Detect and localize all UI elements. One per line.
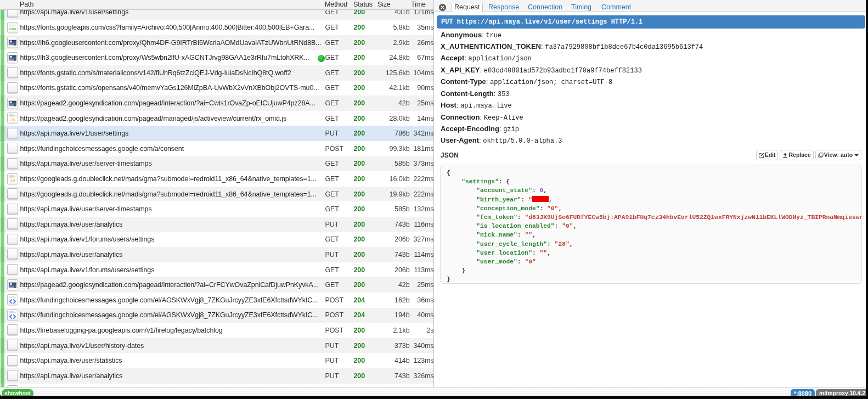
svg-text:css: css (9, 26, 15, 31)
svg-text:JS: JS (10, 117, 15, 122)
svg-text:JS: JS (10, 178, 15, 183)
